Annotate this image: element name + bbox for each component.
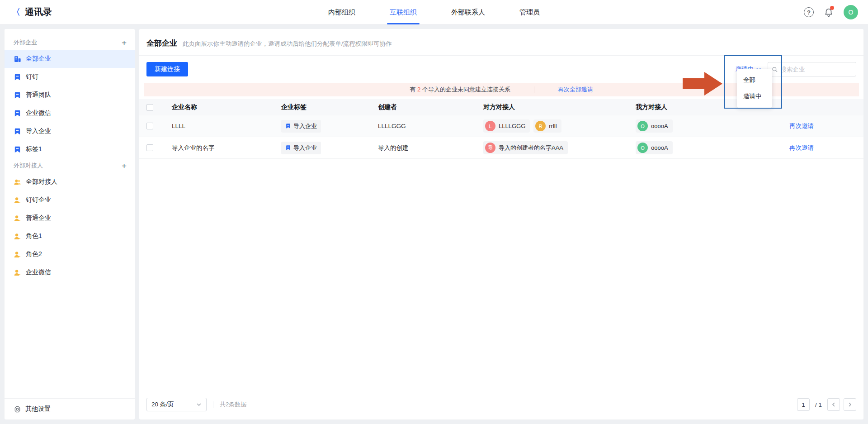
prev-page-button[interactable] [827,398,840,411]
tab-external-contacts[interactable]: 外部联系人 [451,0,485,24]
pagination-left: 20 条/页 共2条数据 [146,398,246,411]
new-connection-button[interactable]: 新建连接 [146,62,188,76]
sidebar-item-tag1[interactable]: 标签1 [5,140,135,158]
sidebar-item-dingtalk-companies[interactable]: 钉钉企业 [5,191,135,209]
user-avatar[interactable]: O [844,5,858,19]
main-header: 全部企业 此页面展示你主动邀请的企业，邀请成功后给他们分配表单/流程权限即可协作 [139,29,863,56]
sidebar-item-all-contacts[interactable]: 全部对接人 [5,173,135,191]
bookmark-icon [14,73,21,81]
sidebar: 外部企业 + 全部企业 钉钉 普通团队 企业微信 导入企业 [5,29,135,419]
sidebar-item-all-companies[interactable]: 全部企业 [5,50,135,68]
select-all-checkbox[interactable] [146,104,153,111]
page-size-select[interactable]: 20 条/页 [146,398,207,411]
reinvite-link[interactable]: 再次邀请 [789,123,814,129]
add-contact-icon[interactable]: + [122,162,127,170]
notice-text: 有2个导入的企业未同意建立连接关系 [410,86,510,94]
page-title: 通讯录 [25,6,52,18]
people-icon [14,178,21,186]
company-tag: 导入企业 [281,120,321,133]
contact-chip: L LLLLGGG [483,119,530,133]
back-chevron-icon[interactable]: 〈 [12,8,20,16]
row-checkbox[interactable] [146,123,153,129]
chevron-down-icon [196,402,202,407]
bookmark-icon [14,146,21,153]
bookmark-icon [14,110,21,117]
company-tag: 导入企业 [281,142,321,154]
top-tabs: 内部组织 互联组织 外部联系人 管理员 [328,0,540,24]
pagination-divider [213,401,213,408]
reinvite-all-link[interactable]: 再次全部邀请 [558,86,593,94]
next-page-button[interactable] [844,398,856,411]
contact-chip: O ooooA [636,141,673,154]
section-subtitle: 此页面展示你主动邀请的企业，邀请成功后给他们分配表单/流程权限即可协作 [183,40,392,48]
sidebar-item-role1[interactable]: 角色1 [5,227,135,245]
filter-option-all[interactable]: 全部 [737,72,772,88]
pending-count: 2 [417,86,420,93]
sidebar-item-normal-team[interactable]: 普通团队 [5,86,135,104]
col-header-their-contact: 对方对接人 [483,103,636,111]
table-row[interactable]: 导入企业的名字 导入企业 导入的创建 导 导入的创建者的名字AAA O oooo… [139,137,863,159]
page-total: / 1 [815,401,822,408]
avatar: O [637,143,648,153]
other-settings[interactable]: 其他设置 [5,398,135,419]
search-icon [772,66,778,73]
row-checkbox[interactable] [146,144,153,151]
filter-option-inviting[interactable]: 邀请中 [737,88,772,105]
sidebar-item-role2[interactable]: 角色2 [5,245,135,263]
chevron-right-icon [847,402,853,407]
pagination-right: / 1 [797,398,856,411]
notification-bell-icon[interactable] [824,7,834,18]
person-icon [14,251,21,258]
gear-icon [14,405,21,413]
sidebar-item-imported-companies[interactable]: 导入企业 [5,122,135,140]
person-icon [14,233,21,240]
notification-dot [830,6,834,10]
sidebar-item-wecom-contacts[interactable]: 企业微信 [5,263,135,281]
bookmark-icon [285,145,291,151]
contact-chip: O ooooA [636,119,673,133]
topbar: 〈 通讯录 内部组织 互联组织 外部联系人 管理员 ? O [0,0,868,24]
status-filter-menu: 全部 邀请中 [737,69,772,108]
col-header-company-tag: 企业标签 [281,103,378,111]
search-box[interactable] [768,62,856,76]
col-header-creator: 创建者 [378,103,483,111]
contact-chip: R rrlll [533,119,561,133]
pagination-bar: 20 条/页 共2条数据 / 1 [139,393,863,419]
tab-internal-org[interactable]: 内部组织 [328,0,355,24]
section-title: 全部企业 [146,38,177,48]
person-icon [14,196,21,204]
back-navigation[interactable]: 〈 通讯录 [0,6,52,18]
topbar-actions: ? O [804,0,858,24]
contact-chip: 导 导入的创建者的名字AAA [483,141,568,154]
person-icon [14,214,21,222]
search-input[interactable] [780,66,852,73]
help-icon[interactable]: ? [804,7,814,17]
avatar: L [485,121,495,131]
tab-admin[interactable]: 管理员 [519,0,540,24]
bookmark-icon [285,123,291,129]
sidebar-section-external-contacts: 外部对接人 + [5,158,135,173]
company-icon [14,55,21,63]
col-header-company-name: 企业名称 [172,103,281,111]
sidebar-item-normal-companies[interactable]: 普通企业 [5,209,135,227]
reinvite-link[interactable]: 再次邀请 [789,144,814,151]
company-name: 导入企业的名字 [172,144,281,152]
table-row[interactable]: LLLL 导入企业 LLLLGGG L LLLLGGG R rrlll [139,115,863,137]
sidebar-section-external-companies: 外部企业 + [5,35,135,50]
add-company-icon[interactable]: + [122,38,127,47]
creator: LLLLGGG [378,123,483,129]
total-count: 共2条数据 [220,400,246,409]
bookmark-icon [14,91,21,99]
bookmark-icon [14,128,21,135]
avatar: R [535,121,546,131]
sidebar-item-wecom[interactable]: 企业微信 [5,104,135,122]
company-name: LLLL [172,123,281,129]
notice-divider [534,86,534,93]
tab-connected-org[interactable]: 互联组织 [390,0,417,24]
avatar: 导 [485,143,495,153]
person-icon [14,269,21,276]
page-number-input[interactable] [797,398,810,411]
creator: 导入的创建 [378,144,483,152]
sidebar-item-dingtalk[interactable]: 钉钉 [5,68,135,86]
chevron-left-icon [831,402,836,407]
